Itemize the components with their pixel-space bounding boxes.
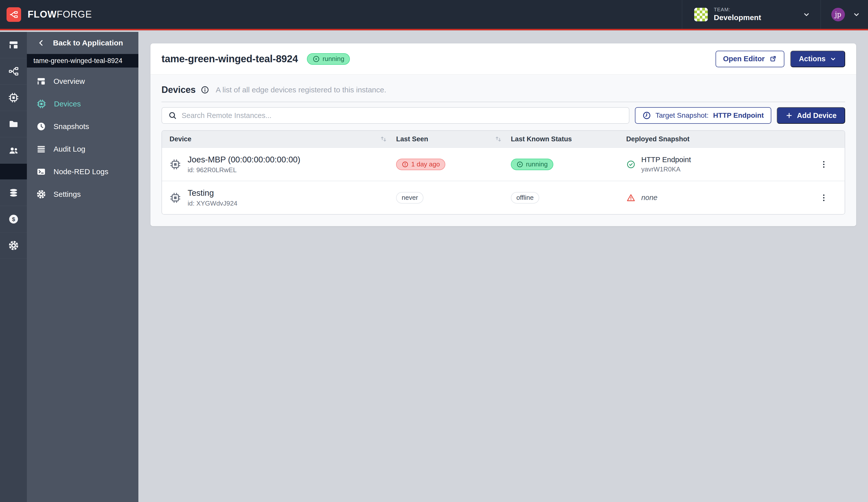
rail-item-admin-settings[interactable]	[0, 232, 27, 259]
check-circle-icon	[626, 160, 636, 169]
play-circle-icon	[516, 161, 524, 168]
search-box	[162, 107, 629, 124]
rail-item-devices[interactable]	[0, 85, 27, 111]
audit-log-icon	[37, 144, 46, 154]
search-input[interactable]	[182, 112, 623, 120]
play-circle-icon	[312, 55, 320, 63]
snapshot-id: yavrW1R0KA	[641, 165, 691, 173]
rail-item-members[interactable]	[0, 137, 27, 164]
back-to-application[interactable]: Back to Application	[27, 32, 138, 54]
snapshot-name: none	[641, 194, 658, 202]
user-menu[interactable]: jp	[821, 0, 868, 29]
target-snapshot-button[interactable]: Target Snapshot: HTTP Endpoint	[635, 107, 771, 124]
top-navbar: FLOWFORGE TEAM: Development	[0, 0, 868, 30]
column-header-last-seen[interactable]: Last Seen	[396, 135, 511, 143]
device-row[interactable]: Joes-MBP (00:00:00:00:00:00) id: 962R0LR…	[162, 147, 845, 181]
instance-sidebar: Back to Application tame-green-winged-te…	[27, 32, 138, 502]
exclamation-circle-icon	[402, 161, 409, 168]
device-chip-icon	[169, 159, 181, 170]
status-badge: running	[511, 159, 553, 170]
rail-active-spacer	[0, 164, 27, 180]
table-header-row: Device Last Seen	[162, 131, 845, 147]
sidebar-item-settings[interactable]: Settings	[27, 183, 138, 206]
devices-table: Device Last Seen	[162, 130, 845, 215]
column-header-device[interactable]: Device	[162, 135, 396, 143]
sort-icon	[494, 135, 502, 143]
page-title: tame-green-winged-teal-8924	[162, 53, 298, 64]
chevron-down-icon	[852, 11, 860, 19]
billing-icon: $	[8, 214, 19, 224]
sidebar-item-overview[interactable]: Overview	[27, 70, 138, 93]
device-chip-icon	[169, 192, 181, 203]
team-kicker-label: TEAM:	[714, 7, 761, 12]
devices-panel: Devices A list of all edge devices regis…	[151, 75, 856, 226]
info-icon[interactable]	[201, 86, 209, 94]
external-link-icon	[769, 55, 777, 63]
rail-item-library[interactable]	[0, 111, 27, 137]
snapshot-name: HTTP Endpoint	[641, 156, 691, 164]
row-menu-kebab-icon[interactable]	[817, 157, 831, 171]
brand-wordmark: FLOWFORGE	[28, 9, 92, 20]
svg-text:$: $	[12, 216, 15, 222]
sidebar-item-devices[interactable]: Devices	[27, 93, 138, 115]
last-seen-badge: 1 day ago	[396, 159, 445, 170]
status-badge: offline	[511, 192, 539, 203]
rail-item-pipelines[interactable]	[0, 58, 27, 85]
team-avatar	[694, 8, 708, 21]
brand: FLOWFORGE	[0, 7, 92, 22]
members-icon	[8, 145, 19, 156]
overview-icon	[8, 40, 19, 50]
column-header-snapshot: Deployed Snapshot	[626, 135, 803, 143]
section-description: A list of all edge devices registered to…	[216, 86, 386, 94]
devices-chip-icon	[37, 99, 46, 109]
device-id: id: 962R0LRwEL	[188, 166, 300, 174]
sidebar-item-snapshots[interactable]: Snapshots	[27, 115, 138, 138]
rail-item-overview[interactable]	[0, 32, 27, 58]
back-label: Back to Application	[53, 39, 123, 47]
device-name: Testing	[188, 188, 237, 198]
row-menu-kebab-icon[interactable]	[817, 191, 831, 205]
device-id: id: XYGWdvJ924	[188, 200, 237, 207]
chevron-down-icon	[829, 55, 837, 63]
instance-card: tame-green-winged-teal-8924 running Open…	[151, 43, 856, 226]
rail-item-datastore[interactable]	[0, 180, 27, 206]
warning-triangle-icon	[626, 193, 636, 202]
device-row[interactable]: Testing id: XYGWdvJ924 never offline	[162, 181, 845, 214]
instance-name: tame-green-winged-teal-8924	[27, 54, 138, 67]
section-title: Devices	[162, 85, 196, 95]
last-seen-badge: never	[396, 192, 423, 203]
main-content: tame-green-winged-teal-8924 running Open…	[138, 32, 868, 502]
add-device-button[interactable]: Add Device	[777, 107, 845, 124]
plus-icon	[785, 112, 793, 119]
icon-rail: $	[0, 32, 27, 502]
open-editor-button[interactable]: Open Editor	[715, 51, 784, 67]
gear-icon	[8, 240, 19, 251]
divider	[162, 102, 845, 102]
library-folder-icon	[8, 119, 19, 129]
chevron-down-icon	[803, 11, 810, 19]
clock-icon	[37, 122, 46, 131]
devices-chip-icon	[8, 92, 19, 103]
terminal-icon	[37, 167, 46, 176]
clock-icon	[642, 111, 651, 120]
instance-header: tame-green-winged-teal-8924 running Open…	[151, 43, 856, 75]
sidebar-item-nodered-logs[interactable]: Node-RED Logs	[27, 160, 138, 183]
target-snapshot-value: HTTP Endpoint	[713, 112, 764, 119]
actions-button[interactable]: Actions	[790, 51, 845, 67]
flowforge-logo-icon	[7, 7, 21, 22]
pipelines-icon	[8, 66, 19, 77]
status-badge: running	[307, 53, 350, 65]
chevron-left-icon	[37, 39, 45, 47]
datastore-icon	[8, 188, 19, 198]
device-name: Joes-MBP (00:00:00:00:00:00)	[188, 155, 300, 164]
search-icon	[168, 111, 177, 120]
team-selector[interactable]: TEAM: Development	[682, 0, 821, 29]
sort-icon	[380, 135, 388, 143]
team-name: Development	[714, 13, 761, 22]
rail-item-billing[interactable]: $	[0, 206, 27, 232]
gear-icon	[37, 189, 46, 199]
sidebar-item-audit-log[interactable]: Audit Log	[27, 138, 138, 160]
user-avatar: jp	[831, 8, 845, 21]
overview-icon	[37, 76, 46, 86]
column-header-status: Last Known Status	[511, 135, 626, 143]
